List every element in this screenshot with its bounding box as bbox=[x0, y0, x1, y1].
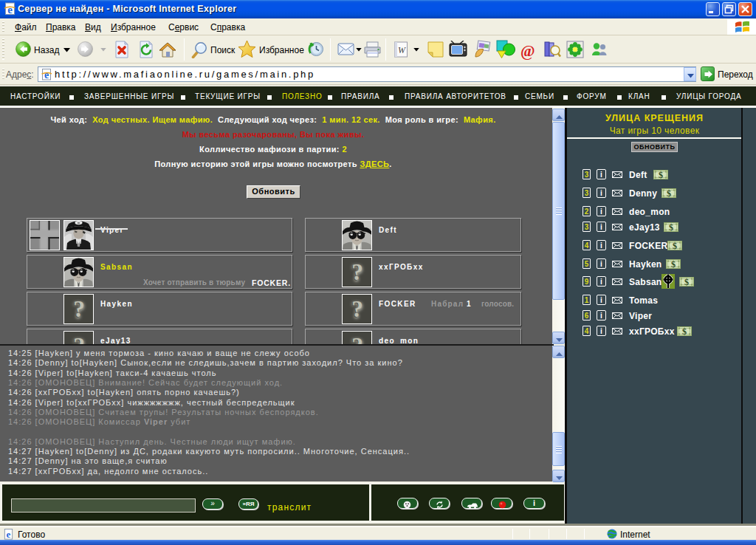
svg-text:$: $ bbox=[659, 170, 663, 179]
svg-text:$: $ bbox=[671, 259, 676, 269]
svg-text:W: W bbox=[398, 45, 406, 55]
svg-text:$: $ bbox=[673, 241, 677, 250]
svg-text:$: $ bbox=[684, 277, 689, 287]
svg-text:$: $ bbox=[669, 222, 673, 232]
svg-text:e: e bbox=[7, 529, 11, 540]
svg-text:e: e bbox=[44, 69, 49, 80]
svg-text:$: $ bbox=[667, 188, 671, 198]
svg-text:?: ? bbox=[351, 259, 363, 285]
svg-text:?: ? bbox=[351, 296, 363, 322]
svg-text:?: ? bbox=[73, 296, 85, 322]
svg-text:$: $ bbox=[682, 326, 687, 336]
svg-text:e: e bbox=[7, 4, 13, 16]
